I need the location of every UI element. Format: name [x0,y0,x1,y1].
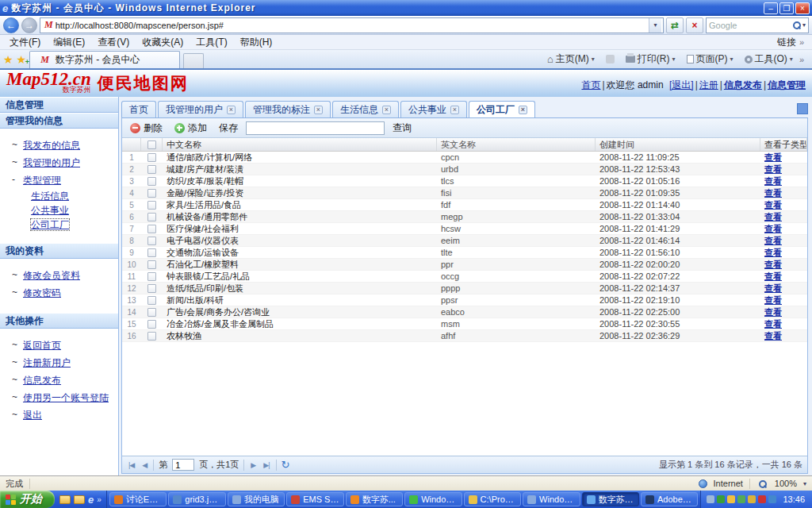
tray-icon-5[interactable] [748,495,756,503]
prev-page-icon[interactable]: ◀ [140,461,148,469]
top-link[interactable]: 信息管理 [768,79,806,90]
print-button[interactable]: 打印(R) ▾ [621,51,680,67]
view-subtype-link[interactable]: 查看 [764,175,782,187]
refresh-icon[interactable]: ⇄ [666,17,684,33]
sidebar-section-header[interactable]: 我的资料 [0,243,118,259]
add-button[interactable]: 添加 [170,120,211,137]
folder-icon-2[interactable] [74,495,85,504]
taskbar-button[interactable]: Windows ... [523,492,580,506]
search-dropdown-icon[interactable]: ▾ [802,21,806,29]
sidebar-section-header[interactable]: 其他操作 [0,313,118,329]
menu-item[interactable]: 查看(V) [91,36,136,49]
sidebar-title[interactable]: 信息管理 [0,97,118,113]
top-link[interactable]: [退出] [669,79,694,90]
content-tab[interactable]: 首页 [121,101,156,117]
minimize-button[interactable]: – [764,2,778,14]
view-subtype-link[interactable]: 查看 [764,211,782,222]
row-checkbox[interactable] [147,189,156,198]
taskbar-button[interactable]: 数字苏州... [582,492,639,506]
view-subtype-link[interactable]: 查看 [764,235,782,246]
tray-icon-2[interactable] [717,495,725,503]
row-checkbox[interactable] [147,213,156,221]
sidebar-link[interactable]: 信息发布 [23,374,61,387]
tray-icon-3[interactable] [727,495,735,503]
top-link[interactable]: 注册 [699,79,718,90]
view-subtype-link[interactable]: 查看 [764,294,782,306]
top-link[interactable]: 首页 [581,79,600,90]
row-checkbox[interactable] [147,165,156,174]
content-tab[interactable]: 生活信息× [332,101,399,117]
sidebar-link[interactable]: 我管理的用户 [23,156,80,170]
last-page-icon[interactable]: ▶| [262,461,270,469]
tab-close-icon[interactable]: × [382,106,391,114]
close-button[interactable]: × [795,2,810,14]
feeds-button[interactable] [601,53,619,65]
sidebar-sublink[interactable]: 公司工厂 [31,219,69,230]
query-button[interactable]: 查询 [389,120,416,137]
view-subtype-link[interactable]: 查看 [764,271,782,282]
row-checkbox[interactable] [147,237,156,245]
quicklaunch-chevron-icon[interactable]: » [97,495,102,504]
sidebar-link[interactable]: 返回首页 [23,339,61,352]
commandbar-chevron-icon[interactable]: » [799,55,809,64]
view-subtype-link[interactable]: 查看 [764,164,782,175]
page-button[interactable]: 页面(P) ▾ [682,51,738,67]
content-tab[interactable]: 公司工厂× [469,101,535,117]
tab-strip-scroller[interactable] [797,103,808,114]
menu-item[interactable]: 收藏夹(A) [136,36,190,49]
next-page-icon[interactable]: ▶ [249,461,257,469]
row-checkbox[interactable] [147,284,156,293]
taskbar-button[interactable]: 讨论Ext... [109,492,167,506]
view-subtype-link[interactable]: 查看 [764,247,782,258]
tab-close-icon[interactable]: × [519,106,527,114]
ie-quicklaunch-icon[interactable]: e [88,494,94,506]
column-header[interactable]: 中文名称 [163,138,437,151]
tray-icon-6[interactable] [758,495,766,503]
zoom-dropdown-icon[interactable]: ▾ [803,480,806,487]
row-checkbox[interactable] [147,248,156,257]
url-input[interactable] [56,21,649,30]
refresh-grid-icon[interactable]: ↻ [282,459,290,471]
content-tab[interactable]: 我管理的用户× [158,101,243,117]
query-input[interactable] [246,121,385,135]
row-checkbox[interactable] [147,332,156,341]
tray-icon-4[interactable] [737,495,745,503]
tab-close-icon[interactable]: × [450,106,459,114]
content-tab[interactable]: 公共事业× [400,101,467,117]
first-page-icon[interactable]: |◀ [127,461,136,469]
home-button[interactable]: ⌂ 主页(M) ▾ [542,51,599,67]
view-subtype-link[interactable]: 查看 [764,259,782,270]
tray-icon-1[interactable] [707,495,714,503]
tab-close-icon[interactable]: × [227,106,236,114]
sidebar-link[interactable]: 类型管理 [23,174,61,187]
row-checkbox[interactable] [147,296,156,305]
menu-item[interactable]: 文件(F) [3,36,47,49]
menu-item[interactable]: 帮助(H) [234,36,279,49]
row-checkbox[interactable] [147,225,156,233]
delete-button[interactable]: 删除 [126,120,167,137]
stop-icon[interactable]: × [686,17,703,33]
forward-icon[interactable]: → [21,17,37,33]
view-subtype-link[interactable]: 查看 [764,330,782,341]
add-favorite-icon[interactable]: ★ [17,53,27,66]
sidebar-link[interactable]: 使用另一个账号登陆 [23,391,109,405]
sidebar-section-header[interactable]: 管理我的信息 [0,113,118,129]
maximize-button[interactable]: ❐ [779,2,794,14]
column-header[interactable]: 英文名称 [437,138,596,151]
chevron-icon[interactable]: » [799,37,809,47]
browser-tab[interactable]: M 数字苏州 - 会员中心 [29,51,180,68]
view-subtype-link[interactable]: 查看 [764,223,782,234]
view-subtype-link[interactable]: 查看 [764,283,782,294]
view-subtype-link[interactable]: 查看 [764,152,782,163]
save-button[interactable]: 保存 [215,120,242,137]
menu-item[interactable]: 工具(T) [190,36,233,49]
menu-item[interactable]: 编辑(E) [47,36,91,49]
row-checkbox[interactable] [147,153,156,162]
sidebar-link[interactable]: 注册新用户 [23,356,71,370]
sidebar-sublink[interactable]: 公共事业 [31,205,69,216]
links-label[interactable]: 链接 [777,36,799,49]
row-checkbox[interactable] [147,272,156,281]
sidebar-sublink[interactable]: 生活信息 [31,190,69,202]
search-input[interactable] [709,21,791,30]
site-logo[interactable]: Map512.cn 数字苏州 [6,71,91,95]
